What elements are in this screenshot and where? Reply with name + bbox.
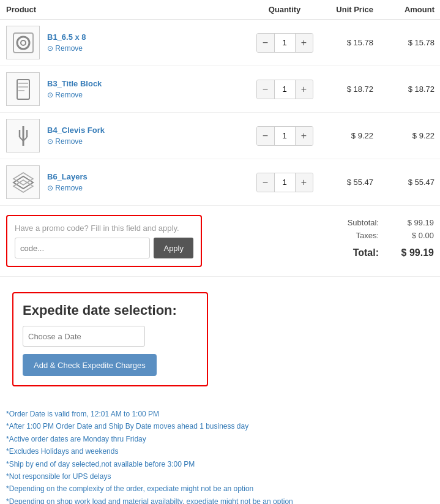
promo-box: Have a promo code? Fill in this field an… bbox=[6, 215, 202, 267]
qty-cell: − + bbox=[251, 126, 318, 146]
amount: $ 55.47 bbox=[379, 178, 440, 187]
apply-button[interactable]: Apply bbox=[154, 238, 193, 258]
expedite-button[interactable]: Add & Check Expedite Charges bbox=[23, 354, 157, 376]
remove-link[interactable]: ⊙ Remove bbox=[47, 91, 102, 99]
remove-link[interactable]: ⊙ Remove bbox=[47, 184, 88, 192]
note-item: *Not responsible for UPS delays bbox=[6, 470, 434, 483]
unit-price: $ 18.72 bbox=[318, 85, 379, 94]
expedite-title: Expedite date selection: bbox=[23, 303, 198, 318]
amount: $ 15.78 bbox=[379, 38, 440, 47]
total-value: $ 99.19 bbox=[391, 247, 434, 258]
table-header: Product Quantity Unit Price Amount bbox=[0, 0, 440, 20]
svg-marker-13 bbox=[13, 180, 33, 192]
svg-point-2 bbox=[21, 40, 26, 45]
subtotal-row: Subtotal: $ 99.19 bbox=[208, 218, 434, 227]
note-item: *Depending on the complexity of the orde… bbox=[6, 483, 434, 495]
qty-cell: − + bbox=[251, 173, 318, 192]
qty-increase-btn[interactable]: + bbox=[296, 173, 313, 192]
col-header-product: Product bbox=[6, 5, 251, 14]
totals-box: Subtotal: $ 99.19 Taxes: $ 0.00 Total: $… bbox=[208, 215, 434, 267]
promo-input-row: Apply bbox=[15, 238, 193, 258]
note-item: *Order Date is valid from, 12:01 AM to 1… bbox=[6, 408, 434, 420]
date-input[interactable] bbox=[23, 326, 145, 347]
expedite-section: Expedite date selection: Add & Check Exp… bbox=[12, 292, 208, 386]
note-item: *Depending on shop work load and materia… bbox=[6, 495, 434, 504]
svg-marker-12 bbox=[13, 176, 33, 189]
qty-increase-btn[interactable]: + bbox=[296, 80, 313, 99]
qty-increase-btn[interactable]: + bbox=[296, 127, 313, 145]
subtotal-label: Subtotal: bbox=[330, 218, 379, 227]
product-info: B1_6.5 x 8 ⊙ Remove bbox=[47, 32, 86, 53]
qty-input[interactable] bbox=[274, 34, 296, 52]
qty-input[interactable] bbox=[274, 127, 296, 145]
col-header-amount: Amount bbox=[379, 5, 440, 14]
product-name-link[interactable]: B1_6.5 x 8 bbox=[47, 32, 86, 42]
product-name-link[interactable]: B6_Layers bbox=[47, 172, 88, 181]
promo-totals-section: Have a promo code? Fill in this field an… bbox=[0, 206, 440, 277]
product-info: B6_Layers ⊙ Remove bbox=[47, 172, 88, 192]
remove-link[interactable]: ⊙ Remove bbox=[47, 137, 105, 146]
svg-marker-14 bbox=[13, 173, 33, 185]
qty-stepper: − + bbox=[256, 173, 313, 192]
total-label: Total: bbox=[330, 247, 379, 258]
taxes-label: Taxes: bbox=[330, 231, 379, 240]
product-cell: B3_Title Block ⊙ Remove bbox=[6, 72, 251, 106]
subtotal-value: $ 99.19 bbox=[391, 218, 434, 227]
qty-stepper: − + bbox=[256, 33, 313, 53]
qty-decrease-btn[interactable]: − bbox=[257, 127, 274, 145]
total-final-row: Total: $ 99.19 bbox=[208, 247, 434, 258]
unit-price: $ 15.78 bbox=[318, 38, 379, 47]
note-item: *After 1:00 PM Order Date and Ship By Da… bbox=[6, 420, 434, 432]
unit-price: $ 9.22 bbox=[318, 131, 379, 140]
col-header-unit-price: Unit Price bbox=[318, 5, 379, 14]
product-name-link[interactable]: B4_Clevis Fork bbox=[47, 126, 105, 135]
product-image bbox=[6, 26, 40, 59]
qty-decrease-btn[interactable]: − bbox=[257, 34, 274, 52]
promo-label: Have a promo code? Fill in this field an… bbox=[15, 224, 193, 233]
table-row: B6_Layers ⊙ Remove − + $ 55.47 $ 55.47 bbox=[0, 159, 440, 206]
product-image bbox=[6, 119, 40, 152]
note-item: *Active order dates are Monday thru Frid… bbox=[6, 433, 434, 445]
taxes-value: $ 0.00 bbox=[391, 231, 434, 240]
note-item: *Ship by end of day selected,not availab… bbox=[6, 458, 434, 470]
qty-decrease-btn[interactable]: − bbox=[257, 173, 274, 192]
qty-stepper: − + bbox=[256, 80, 313, 99]
product-cell: B4_Clevis Fork ⊙ Remove bbox=[6, 119, 251, 152]
promo-code-input[interactable] bbox=[15, 238, 150, 258]
qty-cell: − + bbox=[251, 33, 318, 53]
qty-cell: − + bbox=[251, 80, 318, 99]
product-cell: B1_6.5 x 8 ⊙ Remove bbox=[6, 26, 251, 59]
expedite-wrapper: Expedite date selection: Add & Check Exp… bbox=[0, 277, 440, 402]
product-info: B4_Clevis Fork ⊙ Remove bbox=[47, 126, 105, 146]
table-row: B1_6.5 x 8 ⊙ Remove − + $ 15.78 $ 15.78 bbox=[0, 20, 440, 66]
remove-link[interactable]: ⊙ Remove bbox=[47, 44, 86, 53]
table-row: B3_Title Block ⊙ Remove − + $ 18.72 $ 18… bbox=[0, 66, 440, 113]
qty-input[interactable] bbox=[274, 173, 296, 192]
product-image bbox=[6, 72, 40, 106]
qty-decrease-btn[interactable]: − bbox=[257, 80, 274, 99]
product-cell: B6_Layers ⊙ Remove bbox=[6, 165, 251, 199]
product-info: B3_Title Block ⊙ Remove bbox=[47, 79, 102, 99]
svg-rect-3 bbox=[17, 80, 29, 99]
product-image bbox=[6, 165, 40, 199]
note-item: *Excludes Holidays and weekends bbox=[6, 445, 434, 457]
col-header-quantity: Quantity bbox=[251, 5, 318, 14]
amount: $ 9.22 bbox=[379, 131, 440, 140]
table-row: B4_Clevis Fork ⊙ Remove − + $ 9.22 $ 9.2… bbox=[0, 113, 440, 159]
qty-increase-btn[interactable]: + bbox=[296, 34, 313, 52]
notes-section: *Order Date is valid from, 12:01 AM to 1… bbox=[0, 402, 440, 504]
amount: $ 18.72 bbox=[379, 85, 440, 94]
taxes-row: Taxes: $ 0.00 bbox=[208, 231, 434, 240]
qty-input[interactable] bbox=[274, 80, 296, 99]
qty-stepper: − + bbox=[256, 126, 313, 146]
unit-price: $ 55.47 bbox=[318, 178, 379, 187]
product-name-link[interactable]: B3_Title Block bbox=[47, 79, 102, 88]
svg-point-1 bbox=[17, 37, 29, 49]
